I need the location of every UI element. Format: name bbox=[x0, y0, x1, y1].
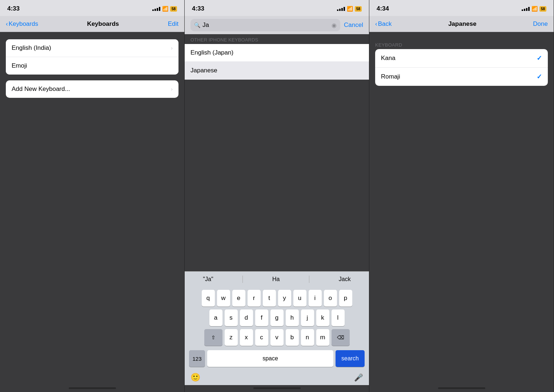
panel-keyboards: 4:33 📶 58 ‹ Keyboards Keyboards Edit Eng… bbox=[0, 0, 185, 392]
list-item-emoji[interactable]: Emoji bbox=[6, 57, 178, 75]
suggestion-ja[interactable]: "Ja" bbox=[198, 275, 217, 284]
suggestion-jack[interactable]: Jack bbox=[334, 275, 355, 284]
keyboard-suggestions: "Ja" Ha Jack bbox=[185, 271, 369, 287]
key-a[interactable]: a bbox=[209, 309, 222, 326]
mic-key[interactable]: 🎤 bbox=[354, 373, 363, 382]
option-kana[interactable]: Kana ✓ bbox=[375, 49, 548, 68]
wifi-icon: 📶 bbox=[162, 6, 168, 12]
search-icon: 🔍 bbox=[194, 22, 200, 28]
panel-japanese: 4:34 📶 58 ‹ Back Japanese Done KEYBOARD … bbox=[369, 0, 554, 392]
status-time-3: 4:34 bbox=[377, 5, 389, 12]
search-results: OTHER IPHONE KEYBOARDS English (Japan) J… bbox=[185, 34, 369, 271]
section-label-keyboard: KEYBOARD bbox=[369, 39, 554, 49]
nav-back-1[interactable]: ‹ Keyboards bbox=[6, 20, 38, 28]
checkmark-romaji: ✓ bbox=[537, 73, 542, 81]
key-d[interactable]: d bbox=[240, 309, 253, 326]
status-icons-1: 📶 58 bbox=[152, 6, 177, 12]
content-3: KEYBOARD Kana ✓ Romaji ✓ bbox=[369, 32, 554, 385]
add-keyboard-section: Add New Keyboard... › bbox=[6, 80, 178, 98]
key-search[interactable]: search bbox=[336, 350, 365, 367]
nav-back-3[interactable]: ‹ Back bbox=[375, 20, 392, 28]
clear-search-button[interactable]: ◉ bbox=[332, 22, 337, 29]
key-y[interactable]: y bbox=[278, 290, 291, 307]
content-1: English (India) › Emoji Add New Keyboard… bbox=[0, 32, 184, 385]
search-result-list: English (Japan) Japanese bbox=[185, 44, 369, 80]
done-button[interactable]: Done bbox=[533, 20, 548, 28]
key-n[interactable]: n bbox=[301, 329, 314, 346]
key-b[interactable]: b bbox=[286, 329, 299, 346]
key-u[interactable]: u bbox=[293, 290, 306, 307]
search-bar-container: 🔍 Ja ◉ Cancel bbox=[185, 16, 369, 34]
key-g[interactable]: g bbox=[270, 309, 284, 326]
key-h[interactable]: h bbox=[286, 309, 299, 326]
option-romaji[interactable]: Romaji ✓ bbox=[375, 68, 548, 86]
key-j[interactable]: j bbox=[301, 309, 314, 326]
keyboard-emoji-row: 🙂 🎤 bbox=[185, 371, 369, 385]
search-input[interactable]: Ja bbox=[202, 21, 329, 29]
keyboard: q w e r t y u i o p a s d f g h j k l ⇧ … bbox=[185, 287, 369, 371]
nav-title-3: Japanese bbox=[448, 20, 477, 28]
add-keyboard-button[interactable]: Add New Keyboard... › bbox=[6, 80, 178, 98]
wifi-icon-3: 📶 bbox=[531, 6, 538, 12]
key-i[interactable]: i bbox=[309, 290, 322, 307]
status-bar-3: 4:34 📶 58 bbox=[369, 0, 554, 16]
key-c[interactable]: c bbox=[255, 329, 268, 346]
home-indicator-1 bbox=[69, 387, 116, 389]
key-t[interactable]: t bbox=[263, 290, 276, 307]
edit-button[interactable]: Edit bbox=[168, 20, 178, 28]
key-e[interactable]: e bbox=[232, 290, 245, 307]
key-m[interactable]: m bbox=[316, 329, 329, 346]
signal-icon-3 bbox=[522, 7, 530, 11]
key-delete[interactable]: ⌫ bbox=[332, 329, 350, 346]
key-l[interactable]: l bbox=[332, 309, 345, 326]
key-z[interactable]: z bbox=[225, 329, 238, 346]
key-v[interactable]: v bbox=[270, 329, 284, 346]
status-time-2: 4:33 bbox=[192, 5, 204, 12]
home-indicator-3 bbox=[438, 387, 485, 389]
status-bar-2: 4:33 📶 58 bbox=[185, 0, 369, 16]
checkmark-kana: ✓ bbox=[537, 54, 542, 62]
status-icons-2: 📶 58 bbox=[337, 6, 362, 12]
key-123[interactable]: 123 bbox=[189, 350, 205, 367]
battery-badge-2: 58 bbox=[355, 6, 362, 12]
suggestion-ha[interactable]: Ha bbox=[268, 275, 284, 284]
cancel-search-button[interactable]: Cancel bbox=[344, 21, 363, 29]
home-indicator-2 bbox=[253, 387, 301, 389]
suggestion-divider-2 bbox=[309, 276, 309, 283]
nav-bar-1: ‹ Keyboards Keyboards Edit bbox=[0, 16, 184, 32]
battery-badge-3: 58 bbox=[539, 6, 546, 12]
key-q[interactable]: q bbox=[202, 290, 215, 307]
keyboard-row-2: a s d f g h j k l bbox=[186, 309, 368, 326]
keyboard-list: English (India) › Emoji bbox=[6, 39, 178, 75]
key-f[interactable]: f bbox=[255, 309, 268, 326]
key-x[interactable]: x bbox=[240, 329, 253, 346]
nav-bar-3: ‹ Back Japanese Done bbox=[369, 16, 554, 32]
key-w[interactable]: w bbox=[217, 290, 230, 307]
key-s[interactable]: s bbox=[225, 309, 238, 326]
key-k[interactable]: k bbox=[316, 309, 329, 326]
battery-badge-1: 58 bbox=[170, 6, 177, 12]
key-shift[interactable]: ⇧ bbox=[204, 329, 222, 346]
chevron-left-icon-3: ‹ bbox=[375, 20, 377, 28]
option-list: Kana ✓ Romaji ✓ bbox=[375, 49, 548, 86]
keyboard-row-3: ⇧ z x c v b n m ⌫ bbox=[186, 329, 368, 346]
search-input-wrapper[interactable]: 🔍 Ja ◉ bbox=[190, 19, 340, 31]
status-time-1: 4:33 bbox=[7, 5, 20, 12]
chevron-right-icon: › bbox=[171, 45, 173, 51]
key-o[interactable]: o bbox=[324, 290, 337, 307]
key-space[interactable]: space bbox=[207, 350, 333, 367]
key-r[interactable]: r bbox=[248, 290, 261, 307]
emoji-key[interactable]: 🙂 bbox=[190, 373, 200, 382]
keyboard-bottom-row: 123 space search bbox=[186, 349, 368, 370]
signal-icon bbox=[152, 7, 160, 11]
chevron-left-icon: ‹ bbox=[6, 20, 8, 28]
key-p[interactable]: p bbox=[339, 290, 352, 307]
nav-title-1: Keyboards bbox=[87, 20, 119, 28]
wifi-icon-2: 📶 bbox=[347, 6, 353, 12]
result-english-japan[interactable]: English (Japan) bbox=[185, 44, 369, 62]
status-bar-1: 4:33 📶 58 bbox=[0, 0, 184, 16]
signal-icon-2 bbox=[337, 7, 345, 11]
result-japanese[interactable]: Japanese bbox=[185, 62, 369, 80]
section-header-other: OTHER IPHONE KEYBOARDS bbox=[185, 34, 369, 44]
list-item-english-india[interactable]: English (India) › bbox=[6, 39, 178, 57]
